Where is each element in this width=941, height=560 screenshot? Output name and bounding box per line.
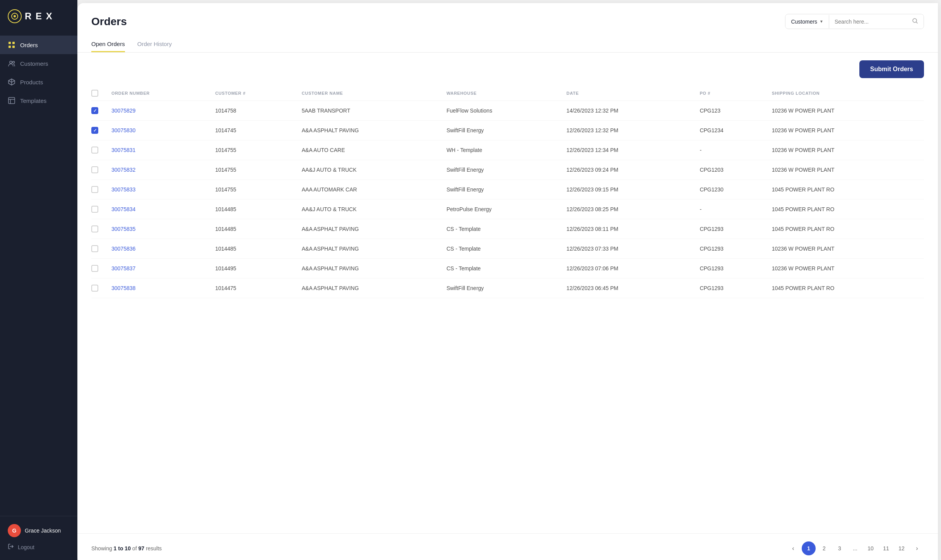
sidebar-item-orders-label: Orders [20, 42, 38, 48]
order-link-5[interactable]: 30075834 [111, 206, 135, 212]
table-row: 30075831 1014755 A&A AUTO CARE WH - Temp… [91, 140, 924, 160]
order-link-2[interactable]: 30075831 [111, 147, 135, 153]
svg-rect-9 [9, 97, 15, 104]
sidebar-nav: Orders Customers Products [0, 32, 77, 516]
row-checkbox-7[interactable] [91, 245, 98, 252]
tab-order-history[interactable]: Order History [137, 37, 172, 52]
date-4: 12/26/2023 09:15 PM [562, 180, 695, 200]
customer-num-6: 1014485 [210, 219, 297, 239]
order-link-4[interactable]: 30075833 [111, 186, 135, 193]
warehouse-4: SwiftFill Energy [442, 180, 562, 200]
table-row: 30075837 1014495 A&A ASPHALT PAVING CS -… [91, 259, 924, 278]
prev-page-button[interactable]: ‹ [786, 541, 800, 555]
row-checkbox-1[interactable] [91, 127, 98, 134]
row-checkbox-0[interactable] [91, 107, 98, 114]
next-page-button[interactable]: › [910, 541, 924, 555]
col-date: DATE [562, 86, 695, 101]
customer-num-8: 1014495 [210, 259, 297, 278]
date-1: 12/26/2023 12:32 PM [562, 121, 695, 140]
svg-point-7 [10, 61, 12, 63]
order-link-1[interactable]: 30075830 [111, 127, 135, 133]
orex-logo-icon [8, 9, 22, 23]
warehouse-3: SwiftFill Energy [442, 160, 562, 180]
customer-name-6: A&A ASPHALT PAVING [297, 219, 442, 239]
page-11-button[interactable]: 11 [879, 541, 893, 555]
tabs: Open Orders Order History [77, 29, 938, 53]
sidebar-item-products[interactable]: Products [0, 73, 77, 91]
sidebar-item-templates[interactable]: Templates [0, 91, 77, 110]
svg-point-2 [14, 15, 16, 17]
col-warehouse: WAREHOUSE [442, 86, 562, 101]
page-3-button[interactable]: 3 [833, 541, 847, 555]
col-shipping: SHIPPING LOCATION [767, 86, 924, 101]
warehouse-1: SwiftFill Energy [442, 121, 562, 140]
row-checkbox-8[interactable] [91, 265, 98, 272]
row-checkbox-5[interactable] [91, 206, 98, 213]
customer-name-5: AA&J AUTO & TRUCK [297, 200, 442, 219]
header-right: Customers ▼ [785, 14, 924, 29]
order-link-0[interactable]: 30075829 [111, 108, 135, 114]
table-row: 30075835 1014485 A&A ASPHALT PAVING CS -… [91, 219, 924, 239]
date-0: 14/26/2023 12:32 PM [562, 101, 695, 121]
row-checkbox-4[interactable] [91, 186, 98, 193]
box-icon [8, 78, 15, 86]
customer-name-8: A&A ASPHALT PAVING [297, 259, 442, 278]
customer-num-5: 1014485 [210, 200, 297, 219]
row-checkbox-9[interactable] [91, 285, 98, 292]
submit-orders-button[interactable]: Submit Orders [859, 60, 924, 78]
customer-name-2: A&A AUTO CARE [297, 140, 442, 160]
sidebar: R E X Orders Cu [0, 0, 77, 560]
po-6: CPG1293 [695, 219, 767, 239]
shipping-4: 1045 POWER PLANT RO [767, 180, 924, 200]
table-row: 30075836 1014485 A&A ASPHALT PAVING CS -… [91, 239, 924, 259]
search-button[interactable] [907, 14, 924, 29]
order-link-6[interactable]: 30075835 [111, 226, 135, 232]
order-link-3[interactable]: 30075832 [111, 167, 135, 173]
page-10-button[interactable]: 10 [864, 541, 878, 555]
shipping-9: 1045 POWER PLANT RO [767, 278, 924, 298]
showing-text: Showing 1 to 10 of 97 results [91, 545, 162, 551]
po-4: CPG1230 [695, 180, 767, 200]
customer-num-2: 1014755 [210, 140, 297, 160]
tab-open-orders[interactable]: Open Orders [91, 37, 125, 52]
sidebar-item-templates-label: Templates [20, 97, 46, 104]
warehouse-7: CS - Template [442, 239, 562, 259]
svg-rect-3 [9, 42, 11, 44]
svg-rect-6 [12, 46, 15, 48]
select-all-checkbox[interactable] [91, 90, 98, 97]
logout-button[interactable]: Logout [8, 542, 70, 552]
sidebar-item-products-label: Products [20, 79, 43, 85]
sidebar-footer: G Grace Jackson Logout [0, 516, 77, 560]
row-checkbox-6[interactable] [91, 225, 98, 232]
customers-dropdown[interactable]: Customers ▼ [785, 15, 829, 28]
table-row: 30075829 1014758 5AAB TRANSPORT FuelFlow… [91, 101, 924, 121]
po-2: - [695, 140, 767, 160]
sidebar-item-customers[interactable]: Customers [0, 54, 77, 73]
table-row: 30075834 1014485 AA&J AUTO & TRUCK Petro… [91, 200, 924, 219]
shipping-3: 10236 W POWER PLANT [767, 160, 924, 180]
po-7: CPG1293 [695, 239, 767, 259]
po-9: CPG1293 [695, 278, 767, 298]
customer-num-0: 1014758 [210, 101, 297, 121]
order-link-7[interactable]: 30075836 [111, 246, 135, 252]
order-link-9[interactable]: 30075838 [111, 285, 135, 291]
page-1-button[interactable]: 1 [802, 541, 816, 555]
search-container: Customers ▼ [785, 14, 924, 29]
search-input[interactable] [829, 15, 907, 28]
po-3: CPG1203 [695, 160, 767, 180]
row-checkbox-3[interactable] [91, 166, 98, 173]
po-8: CPG1293 [695, 259, 767, 278]
layout-icon [8, 97, 15, 104]
sidebar-item-orders[interactable]: Orders [0, 36, 77, 54]
sidebar-item-customers-label: Customers [20, 60, 48, 67]
customer-num-3: 1014755 [210, 160, 297, 180]
order-link-8[interactable]: 30075837 [111, 265, 135, 271]
page-12-button[interactable]: 12 [895, 541, 908, 555]
customer-name-7: A&A ASPHALT PAVING [297, 239, 442, 259]
users-icon [8, 60, 15, 67]
row-checkbox-2[interactable] [91, 147, 98, 154]
page-2-button[interactable]: 2 [817, 541, 831, 555]
customer-name-3: AA&J AUTO & TRUCK [297, 160, 442, 180]
warehouse-2: WH - Template [442, 140, 562, 160]
date-6: 12/26/2023 08:11 PM [562, 219, 695, 239]
